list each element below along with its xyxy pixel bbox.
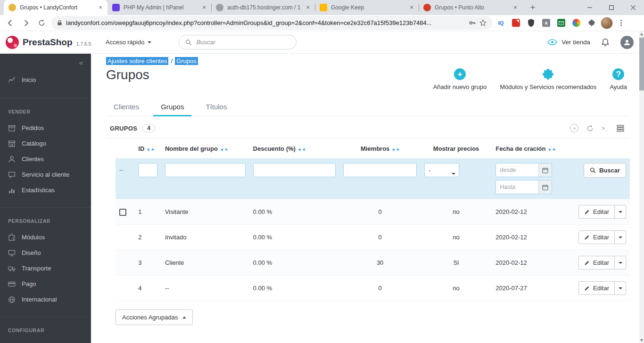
sort-icons[interactable] bbox=[298, 147, 305, 151]
quick-access-dropdown[interactable]: Acceso rápido bbox=[106, 39, 151, 46]
edit-dropdown-toggle[interactable] bbox=[614, 281, 626, 295]
admin-search-input[interactable] bbox=[196, 39, 290, 46]
url-text[interactable]: landyconfort.com/owepgfauuj6pncoy/index.… bbox=[66, 19, 465, 26]
column-creation-date[interactable]: Fecha de cración bbox=[492, 139, 570, 158]
tab-close-icon[interactable]: × bbox=[200, 4, 208, 11]
browser-tab-google-keep[interactable]: Google Keep × bbox=[315, 0, 419, 15]
page-scrollbar[interactable] bbox=[639, 31, 644, 343]
menu-kebab-icon[interactable] bbox=[615, 16, 627, 30]
calendar-icon[interactable] bbox=[538, 163, 552, 177]
browser-tab-hostinger[interactable]: auth-db175.hostinger.com / 1... × bbox=[211, 0, 315, 15]
sidebar-item-catalogo[interactable]: Catálogo bbox=[0, 136, 91, 151]
password-key-icon[interactable] bbox=[469, 19, 476, 26]
notifications-bell-icon[interactable] bbox=[602, 38, 609, 47]
help-button[interactable]: ? Ayuda bbox=[610, 68, 627, 90]
sort-icons[interactable] bbox=[548, 147, 555, 151]
tab-titulos[interactable]: Títulos bbox=[198, 98, 234, 116]
tab-close-icon[interactable]: × bbox=[97, 4, 104, 11]
edit-button[interactable]: Editar bbox=[578, 205, 615, 219]
puzzle-extensions-icon[interactable] bbox=[585, 16, 598, 30]
iq-extension-icon[interactable]: IQ bbox=[495, 16, 507, 30]
filter-name-input[interactable] bbox=[165, 163, 246, 177]
scrollbar-thumb[interactable] bbox=[639, 38, 644, 90]
panel-export-layers-icon[interactable] bbox=[617, 125, 624, 132]
browser-tab-phpmyadmin[interactable]: PHP My Admin | hPanel × bbox=[107, 0, 211, 15]
row-checkbox[interactable] bbox=[119, 209, 126, 216]
minimize-icon[interactable] bbox=[579, 0, 601, 15]
edit-dropdown-toggle[interactable] bbox=[614, 230, 626, 244]
sidebar-item-internacional[interactable]: Internacional bbox=[0, 292, 91, 307]
sort-icons[interactable] bbox=[147, 147, 154, 151]
recommended-modules-button[interactable]: Módulos y Servicios recomendados bbox=[500, 68, 596, 90]
filter-show-prices-select[interactable]: - bbox=[424, 163, 459, 177]
question-circle-icon: ? bbox=[612, 68, 624, 80]
add-new-group-button[interactable]: + Añadir nuevo grupo bbox=[433, 68, 487, 90]
table-row[interactable]: 2 Invitado 0.00 % 0 no 2020-02-12 Edit bbox=[116, 225, 630, 250]
color-wheel-extension-icon[interactable] bbox=[570, 16, 583, 30]
sidebar-item-estadisticas[interactable]: Estadísticas bbox=[0, 182, 91, 198]
sidebar-item-pago[interactable]: Pago bbox=[0, 276, 91, 292]
column-name[interactable]: Nombre del grupo bbox=[161, 139, 249, 158]
scrollbar-up-arrow[interactable] bbox=[639, 31, 644, 37]
lock-icon[interactable] bbox=[57, 20, 62, 26]
panel-sql-query-icon[interactable]: >_ bbox=[602, 125, 609, 131]
sidebar-item-servicio-al-cliente[interactable]: Servicio al cliente bbox=[0, 167, 91, 182]
sidebar-item-diseno[interactable]: Diseño bbox=[0, 245, 91, 261]
translate-extension-icon[interactable]: a bbox=[540, 16, 553, 30]
tab-close-icon[interactable]: × bbox=[512, 4, 519, 11]
browser-tab-grupos-punto-alto[interactable]: Grupos • Punto Alto × bbox=[419, 0, 522, 15]
edit-dropdown-toggle[interactable] bbox=[614, 205, 626, 219]
sidebar-item-pedidos[interactable]: Pedidos bbox=[0, 120, 91, 136]
filter-search-button[interactable]: Buscar bbox=[584, 163, 626, 178]
view-shop-link[interactable]: Ver tienda bbox=[547, 39, 590, 46]
close-icon[interactable] bbox=[622, 0, 644, 15]
breadcrumb-current-link[interactable]: Grupos bbox=[175, 57, 198, 65]
bulk-actions-button[interactable]: Acciones Agrupadas bbox=[116, 310, 193, 325]
filter-id-input[interactable] bbox=[138, 163, 157, 177]
sort-icons[interactable] bbox=[392, 147, 399, 151]
tab-grupos[interactable]: Grupos bbox=[153, 98, 191, 116]
address-bar[interactable]: landyconfort.com/owepgfauuj6pncoy/index.… bbox=[51, 16, 492, 30]
filter-discount-input[interactable] bbox=[253, 163, 336, 177]
shield-extension-icon[interactable] bbox=[525, 16, 537, 30]
mail-extension-icon[interactable] bbox=[555, 16, 568, 30]
edit-dropdown-toggle[interactable] bbox=[614, 256, 626, 270]
table-row[interactable]: 4 -- 0.00 % 0 no 2020-07-27 Editar bbox=[116, 276, 630, 301]
scrollbar-down-arrow[interactable] bbox=[639, 337, 644, 343]
maximize-icon[interactable] bbox=[601, 0, 622, 15]
panel-add-icon[interactable]: + bbox=[570, 124, 578, 132]
table-row[interactable]: 1 Visitante 0.00 % 0 no 2020-02-12 Edi bbox=[116, 199, 630, 225]
breadcrumb-parent-link[interactable]: Ajustes sobre clientes bbox=[106, 57, 168, 65]
edit-button[interactable]: Editar bbox=[578, 256, 615, 270]
column-discount[interactable]: Descuento (%) bbox=[249, 139, 340, 158]
panel-refresh-icon[interactable] bbox=[586, 125, 594, 132]
admin-search-box[interactable] bbox=[179, 35, 297, 49]
forward-icon[interactable] bbox=[19, 16, 33, 30]
sidebar-item-inicio[interactable]: Inicio bbox=[0, 71, 91, 89]
sidebar-item-transporte[interactable]: Transporte bbox=[0, 261, 91, 276]
filter-members-input[interactable] bbox=[343, 163, 417, 177]
column-id[interactable]: ID bbox=[134, 139, 161, 158]
tab-close-icon[interactable]: × bbox=[408, 4, 415, 11]
tab-clientes[interactable]: Clientes bbox=[106, 98, 147, 116]
table-row[interactable]: 3 Cliente 0.00 % 30 Sí 2020-02-12 Edit bbox=[116, 250, 630, 276]
filter-date-from-input[interactable] bbox=[496, 163, 538, 177]
edit-button[interactable]: Editar bbox=[578, 230, 615, 244]
account-avatar[interactable] bbox=[620, 36, 634, 49]
new-tab-button[interactable]: + bbox=[526, 1, 539, 14]
pdf-extension-icon[interactable] bbox=[510, 16, 522, 30]
reload-icon[interactable] bbox=[35, 16, 48, 30]
profile-avatar[interactable] bbox=[600, 16, 613, 30]
back-icon[interactable] bbox=[4, 16, 17, 30]
calendar-icon[interactable] bbox=[538, 180, 552, 194]
sort-icons[interactable] bbox=[221, 147, 228, 151]
tab-close-icon[interactable]: × bbox=[304, 4, 312, 11]
browser-tab-grupos-landyconfort[interactable]: Grupos • LandyConfort × bbox=[4, 0, 107, 15]
edit-button[interactable]: Editar bbox=[578, 281, 615, 295]
filter-date-to-input[interactable] bbox=[496, 180, 538, 194]
column-members[interactable]: Miembros bbox=[339, 139, 421, 158]
bookmark-star-icon[interactable] bbox=[479, 19, 487, 26]
sidebar-item-modulos[interactable]: Módulos bbox=[0, 229, 91, 245]
sidebar-collapse-button[interactable]: « bbox=[0, 54, 91, 71]
sidebar-item-clientes[interactable]: Clientes bbox=[0, 151, 91, 167]
